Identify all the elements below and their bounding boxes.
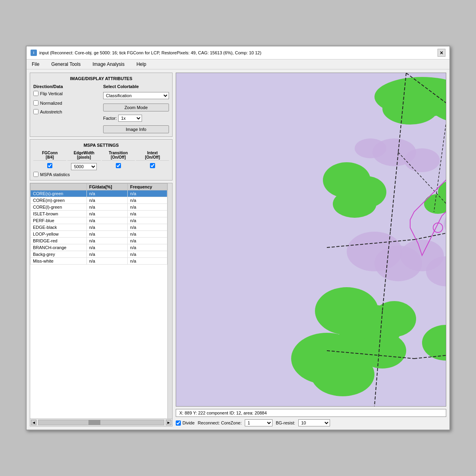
- left-col: Direction/Data Flip Vertical Normalized …: [33, 84, 99, 133]
- row-fg-data: n/a: [86, 211, 127, 217]
- corezone-select[interactable]: 1 2 3 4 5: [245, 419, 273, 426]
- horizontal-scroll: ◀ ▶: [30, 418, 172, 426]
- map-container: [176, 73, 446, 407]
- mspa-grid: FGConn[8/4] EdgeWidth[pixels] Transition…: [33, 151, 169, 170]
- scroll-track[interactable]: [38, 420, 164, 425]
- table-row[interactable]: CORE(m)-greenn/an/a: [31, 197, 167, 204]
- main-window: i input (Reconnect: Core-obj. ge 5000: 1…: [26, 46, 450, 430]
- row-fg-data: n/a: [86, 231, 127, 238]
- mspa-stats-row: MSPA statistics: [33, 172, 169, 177]
- menu-bar: File General Tools Image Analysis Help: [27, 60, 449, 69]
- menu-help[interactable]: Help: [134, 61, 148, 68]
- factor-row: Factor: 1x 2x 4x 8x: [103, 115, 169, 122]
- transition-checkbox[interactable]: [116, 163, 121, 168]
- table-row[interactable]: CORE(s)-greenn/an/a: [31, 190, 167, 197]
- row-label: EDGE-black: [31, 224, 87, 231]
- right-panel: X: 889 Y: 222 component ID: 12, area: 20…: [176, 73, 446, 426]
- vertical-scrollbar[interactable]: [167, 183, 172, 418]
- normalized-label: Normalized: [40, 101, 62, 106]
- table-row[interactable]: LOOP-yellown/an/a: [31, 231, 167, 238]
- divide-checkbox[interactable]: [176, 420, 181, 426]
- menu-general-tools[interactable]: General Tools: [49, 61, 83, 68]
- table-row[interactable]: Miss-whiten/an/a: [31, 258, 167, 265]
- colortable-select[interactable]: Classification Greyscale Rainbow: [103, 92, 169, 99]
- table-scroll-area[interactable]: FG/data[%] Frequency CORE(s)-greenn/an/a…: [30, 183, 167, 418]
- row-frequency: n/a: [128, 258, 167, 265]
- row-fg-data: n/a: [86, 244, 127, 251]
- table-with-scroll: FG/data[%] Frequency CORE(s)-greenn/an/a…: [30, 183, 172, 418]
- flip-vertical-checkbox[interactable]: [33, 91, 38, 96]
- zoom-mode-button[interactable]: Zoom Mode: [103, 104, 169, 111]
- close-button[interactable]: ×: [438, 49, 445, 57]
- stats-table: FG/data[%] Frequency CORE(s)-greenn/an/a…: [30, 183, 167, 265]
- row-fg-data: n/a: [86, 204, 127, 211]
- main-content: IMAGE/DISPLAY ATTRIBUTES Direction/Data …: [27, 69, 449, 430]
- table-row[interactable]: ISLET-brownn/an/a: [31, 211, 167, 217]
- mspa-fgconn-col: [33, 162, 66, 170]
- image-display-title: IMAGE/DISPLAY ATTRIBUTES: [33, 76, 169, 81]
- row-fg-data: n/a: [86, 197, 127, 204]
- row-label: Backg-grey: [31, 251, 87, 258]
- divide-label: Divide: [182, 420, 195, 425]
- row-fg-data: n/a: [86, 251, 127, 258]
- mspa-settings-title: MSPA SETTINGS: [33, 143, 169, 148]
- row-frequency: n/a: [128, 197, 167, 204]
- col1-header: [31, 184, 87, 190]
- autostretch-label: Autostretch: [40, 109, 62, 114]
- row-label: ISLET-brown: [31, 211, 87, 217]
- row-label: CORE(l)-green: [31, 204, 87, 211]
- autostretch-checkbox[interactable]: [33, 109, 38, 114]
- row-label: BRIDGE-red: [31, 238, 87, 244]
- normalized-row: Normalized: [33, 100, 99, 106]
- normalized-checkbox[interactable]: [33, 100, 38, 106]
- flip-vertical-label: Flip Vertical: [40, 91, 63, 96]
- flip-vertical-row: Flip Vertical: [33, 91, 99, 96]
- svg-point-22: [372, 301, 416, 337]
- row-label: CORE(m)-green: [31, 197, 87, 204]
- mspa-col3-header: Transition[On/Off]: [102, 151, 135, 161]
- col2-header: FG/data[%]: [86, 184, 127, 190]
- status-bar: X: 889 Y: 222 component ID: 12, area: 20…: [176, 409, 446, 417]
- row-label: CORE(s)-green: [31, 190, 87, 197]
- menu-image-analysis[interactable]: Image Analysis: [90, 61, 127, 68]
- row-fg-data: n/a: [86, 217, 127, 224]
- col3-header: Frequency: [128, 184, 167, 190]
- bottom-controls: Divide Reconnect: CoreZone: 1 2 3 4 5 BG…: [176, 419, 446, 426]
- title-bar: i input (Reconnect: Core-obj. ge 5000: 1…: [27, 46, 449, 60]
- row-frequency: n/a: [128, 231, 167, 238]
- mspa-stats-label: MSPA statistics: [40, 172, 70, 177]
- table-row[interactable]: BRIDGE-redn/an/a: [31, 238, 167, 244]
- row-fg-data: n/a: [86, 258, 127, 265]
- table-row[interactable]: EDGE-blackn/an/a: [31, 224, 167, 231]
- fgconn-checkbox[interactable]: [47, 163, 52, 168]
- autostretch-row: Autostretch: [33, 109, 99, 114]
- menu-file[interactable]: File: [30, 61, 41, 68]
- mspa-col2-header: EdgeWidth[pixels]: [67, 151, 100, 161]
- svg-point-11: [333, 190, 376, 218]
- table-row[interactable]: PERF-bluen/an/a: [31, 217, 167, 224]
- right-col: Select Colortable Classification Greysca…: [103, 84, 169, 133]
- row-frequency: n/a: [128, 244, 167, 251]
- table-row[interactable]: CORE(l)-greenn/an/a: [31, 204, 167, 211]
- bgresist-label: BG-resist:: [276, 420, 295, 425]
- intext-checkbox[interactable]: [150, 163, 155, 168]
- mspa-settings-section: MSPA SETTINGS FGConn[8/4] EdgeWidth[pixe…: [30, 139, 173, 180]
- row-label: PERF-blue: [31, 217, 87, 224]
- row-fg-data: n/a: [86, 190, 127, 197]
- scroll-left-arrow[interactable]: ◀: [31, 420, 36, 425]
- scroll-right-arrow[interactable]: ▶: [166, 420, 171, 425]
- mspa-stats-checkbox[interactable]: [33, 172, 38, 177]
- table-row[interactable]: BRANCH-orangen/an/a: [31, 244, 167, 251]
- row-frequency: n/a: [128, 190, 167, 197]
- row-fg-data: n/a: [86, 238, 127, 244]
- factor-select[interactable]: 1x 2x 4x 8x: [118, 115, 142, 122]
- image-info-button[interactable]: Image Info: [103, 125, 169, 133]
- svg-point-3: [382, 93, 438, 125]
- bgresist-select[interactable]: 10 20 50 100: [298, 419, 330, 426]
- row-label: BRANCH-orange: [31, 244, 87, 251]
- svg-point-37: [404, 148, 440, 172]
- row-frequency: n/a: [128, 211, 167, 217]
- row-frequency: n/a: [128, 224, 167, 231]
- edgewidth-select[interactable]: 5000 1000 2000 3000 4000: [71, 163, 97, 170]
- table-row[interactable]: Backg-greyn/an/a: [31, 251, 167, 258]
